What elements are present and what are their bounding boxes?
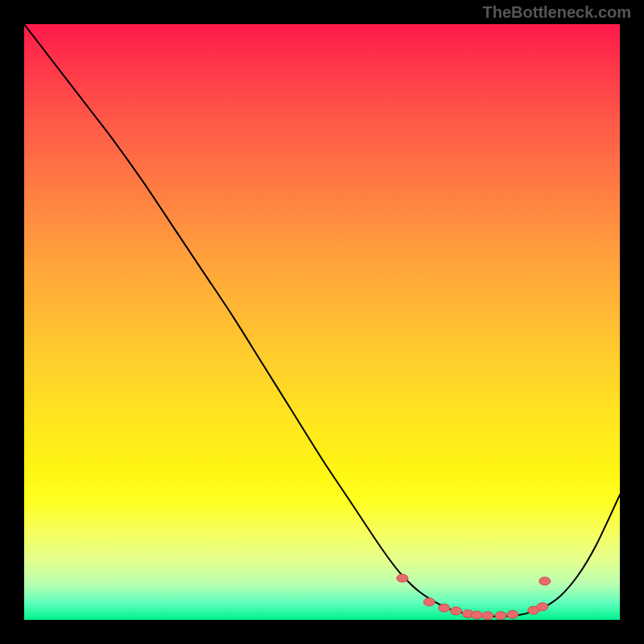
curve-marker bbox=[423, 598, 435, 606]
bottleneck-curve bbox=[24, 24, 620, 617]
curve-marker bbox=[482, 612, 493, 620]
plot-area bbox=[24, 24, 620, 620]
curve-marker bbox=[495, 612, 506, 620]
chart-svg bbox=[24, 24, 620, 620]
curve-marker bbox=[537, 603, 548, 611]
chart-frame: TheBottleneck.com bbox=[0, 0, 644, 644]
curve-marker bbox=[507, 610, 518, 618]
curve-marker bbox=[451, 607, 462, 615]
attribution-text: TheBottleneck.com bbox=[483, 3, 631, 22]
curve-marker bbox=[439, 604, 450, 612]
curve-marker bbox=[397, 574, 408, 582]
curve-marker bbox=[471, 611, 482, 619]
curve-marker bbox=[539, 577, 551, 585]
